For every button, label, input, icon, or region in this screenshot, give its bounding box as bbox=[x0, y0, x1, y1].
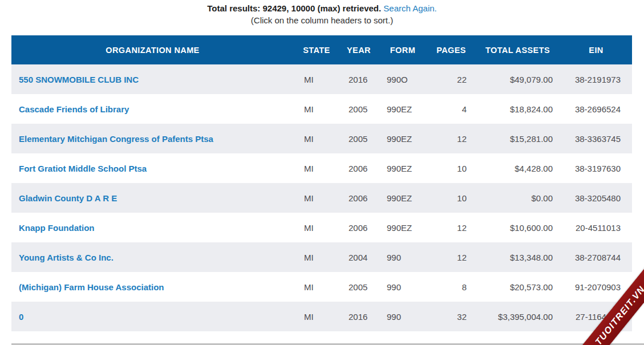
org-name-cell: (Michigan) Farm House Association bbox=[11, 272, 294, 302]
state-cell: MI bbox=[294, 302, 339, 331]
results-table-container: ORGANIZATION NAME STATE YEAR FORM PAGES … bbox=[11, 35, 632, 345]
pages-cell: 22 bbox=[427, 64, 475, 94]
org-name-cell: Gladwin County D A R E bbox=[11, 183, 294, 213]
table-row: Cascade Friends of Library MI 2005 990EZ… bbox=[11, 94, 632, 124]
pages-cell: 10 bbox=[427, 153, 475, 183]
form-cell: 990EZ bbox=[378, 124, 427, 153]
assets-cell: $13,348.00 bbox=[475, 242, 560, 272]
org-name-link[interactable]: Gladwin County D A R E bbox=[19, 193, 117, 203]
assets-cell: $0.00 bbox=[475, 183, 560, 213]
form-cell: 990O bbox=[378, 64, 427, 94]
table-row: Knapp Foundation MI 2006 990EZ 12 $10,60… bbox=[11, 213, 632, 242]
form-cell: 990EZ bbox=[378, 94, 427, 124]
form-cell: 990EZ bbox=[378, 213, 427, 242]
org-name-cell: Fort Gratiot Middle School Ptsa bbox=[11, 153, 294, 183]
org-name-link[interactable]: Young Artists & Co Inc. bbox=[19, 253, 114, 262]
form-cell: 990 bbox=[378, 272, 427, 302]
state-cell: MI bbox=[294, 94, 339, 124]
table-row: 0 MI 2016 990 32 $3,395,004.00 27-116493… bbox=[11, 302, 632, 331]
form-cell: 990EZ bbox=[378, 153, 427, 183]
table-row: Elementary Mitchigan Congress of Pafents… bbox=[11, 124, 632, 153]
org-name-link[interactable]: (Michigan) Farm House Association bbox=[19, 282, 164, 292]
pages-cell: 12 bbox=[427, 124, 475, 153]
results-summary-line: Total results: 92429, 10000 (max) retrie… bbox=[0, 2, 644, 14]
assets-cell: $15,281.00 bbox=[475, 124, 560, 153]
column-header-ein[interactable]: EIN bbox=[560, 35, 632, 64]
assets-cell: $10,600.00 bbox=[475, 213, 560, 242]
year-cell: 2006 bbox=[339, 213, 378, 242]
pages-cell: 12 bbox=[427, 213, 475, 242]
org-name-link[interactable]: Elementary Mitchigan Congress of Pafents… bbox=[19, 134, 213, 144]
results-tbody: 550 SNOWMOBILE CLUB INC MI 2016 990O 22 … bbox=[11, 64, 632, 345]
state-cell: MI bbox=[294, 183, 339, 213]
table-row: (Michigan) Farm House Association MI 200… bbox=[11, 272, 632, 302]
column-header-state[interactable]: STATE bbox=[294, 35, 339, 64]
form-cell: 990 bbox=[378, 242, 427, 272]
assets-cell: $20,573.00 bbox=[475, 272, 560, 302]
org-name-cell: Elementary Mitchigan Congress of Pafents… bbox=[11, 124, 294, 153]
pages-cell: 8 bbox=[427, 272, 475, 302]
pages-cell: 32 bbox=[427, 302, 475, 331]
year-cell: 2005 bbox=[339, 124, 378, 153]
ein-cell: 38-2191973 bbox=[560, 64, 632, 94]
org-name-cell: 0 bbox=[11, 302, 294, 331]
column-header-organization-name[interactable]: ORGANIZATION NAME bbox=[11, 35, 294, 64]
form-cell: 990 bbox=[378, 302, 427, 331]
table-row: Young Artists & Co Inc. MI 2004 990 12 $… bbox=[11, 242, 632, 272]
org-name-cell: 550 SNOWMOBILE CLUB INC bbox=[11, 64, 294, 94]
org-name-link[interactable]: Knapp Foundation bbox=[19, 223, 94, 233]
pages-cell: 10 bbox=[427, 183, 475, 213]
year-cell: 2004 bbox=[339, 242, 378, 272]
table-row: Gladwin County D A R E MI 2006 990EZ 10 … bbox=[11, 183, 632, 213]
results-table: ORGANIZATION NAME STATE YEAR FORM PAGES … bbox=[11, 35, 632, 345]
table-header-row: ORGANIZATION NAME STATE YEAR FORM PAGES … bbox=[11, 35, 632, 64]
org-name-link[interactable]: 0 bbox=[19, 312, 23, 322]
form-cell: 990EZ bbox=[378, 183, 427, 213]
table-row: Fort Gratiot Middle School Ptsa MI 2006 … bbox=[11, 153, 632, 183]
org-name-link[interactable]: 550 SNOWMOBILE CLUB INC bbox=[19, 75, 139, 84]
table-row: 550 SNOWMOBILE CLUB INC MI 2016 990O 22 … bbox=[11, 64, 632, 94]
year-cell: 2016 bbox=[339, 64, 378, 94]
year-cell: 2005 bbox=[339, 94, 378, 124]
assets-cell: $4,428.00 bbox=[475, 153, 560, 183]
results-summary-block: Total results: 92429, 10000 (max) retrie… bbox=[0, 0, 644, 26]
ein-cell: 20-4511013 bbox=[560, 213, 632, 242]
state-cell: MI bbox=[294, 272, 339, 302]
org-name-link[interactable]: Fort Gratiot Middle School Ptsa bbox=[19, 164, 147, 173]
assets-cell: $49,079.00 bbox=[475, 64, 560, 94]
column-header-form[interactable]: FORM bbox=[378, 35, 427, 64]
org-name-link[interactable]: Cascade Friends of Library bbox=[19, 104, 129, 114]
sort-hint-text: (Click on the column headers to sort.) bbox=[0, 14, 644, 26]
column-header-pages[interactable]: PAGES bbox=[427, 35, 475, 64]
year-cell: 2006 bbox=[339, 153, 378, 183]
state-cell: MI bbox=[294, 153, 339, 183]
org-name-cell: Young Artists & Co Inc. bbox=[11, 242, 294, 272]
ein-cell: 38-3363745 bbox=[560, 124, 632, 153]
pages-cell: 4 bbox=[427, 94, 475, 124]
assets-cell: $18,824.00 bbox=[475, 94, 560, 124]
year-cell: 2006 bbox=[339, 183, 378, 213]
column-header-total-assets[interactable]: TOTAL ASSETS bbox=[475, 35, 560, 64]
state-cell: MI bbox=[294, 213, 339, 242]
pages-cell: 12 bbox=[427, 242, 475, 272]
ein-cell: 38-2696524 bbox=[560, 94, 632, 124]
org-name-cell: Knapp Foundation bbox=[11, 213, 294, 242]
year-cell: 2016 bbox=[339, 302, 378, 331]
ein-cell: 38-2708744 bbox=[560, 242, 632, 272]
column-header-year[interactable]: YEAR bbox=[339, 35, 378, 64]
state-cell: MI bbox=[294, 124, 339, 153]
year-cell: 2005 bbox=[339, 272, 378, 302]
search-again-link[interactable]: Search Again. bbox=[383, 3, 436, 13]
ein-cell: 38-3197630 bbox=[560, 153, 632, 183]
ein-cell: 38-3205480 bbox=[560, 183, 632, 213]
state-cell: MI bbox=[294, 64, 339, 94]
org-name-cell: Cascade Friends of Library bbox=[11, 94, 294, 124]
assets-cell: $3,395,004.00 bbox=[475, 302, 560, 331]
state-cell: MI bbox=[294, 242, 339, 272]
total-results-text: Total results: 92429, 10000 (max) retrie… bbox=[207, 3, 381, 13]
